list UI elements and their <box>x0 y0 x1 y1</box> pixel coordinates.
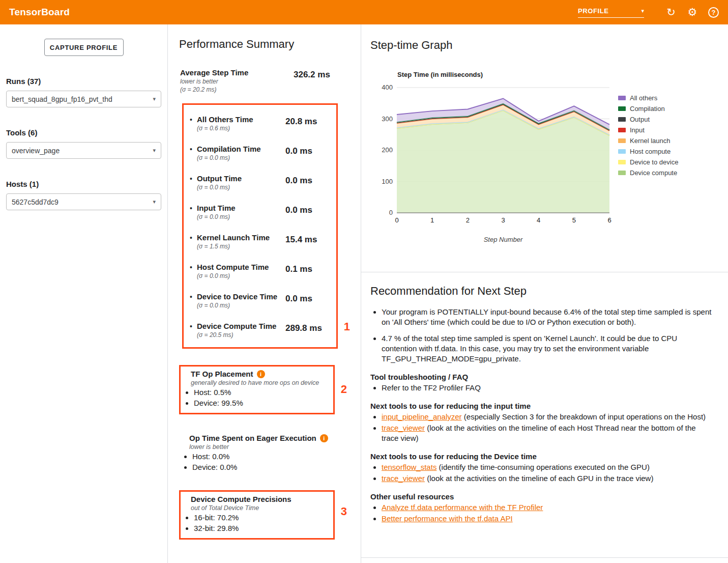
chevron-down-icon: ▾ <box>153 147 156 154</box>
legend-item: Compilation <box>618 103 678 114</box>
link-analyze-tfdata-performance[interactable]: Analyze tf.data performance with the TF … <box>382 503 543 512</box>
profile-select-value: PROFILE <box>578 7 609 15</box>
faq-heading: Tool troubleshooting / FAQ <box>370 373 714 381</box>
step-time-chart: 01002003004000123456Step Time (in millis… <box>370 69 612 245</box>
svg-text:0: 0 <box>389 209 393 216</box>
svg-text:300: 300 <box>382 115 393 123</box>
metric-label: Compilation Time <box>197 145 285 153</box>
metric-row: • Device Compute Time (σ = 20.5 ms) 289.… <box>190 316 330 345</box>
metric-label: Average Step Time <box>180 68 294 77</box>
tool-item: trace_viewer (look at the activities on … <box>382 473 714 484</box>
legend-label: All others <box>630 94 657 102</box>
input-tools-heading: Next tools to use for reducing the input… <box>370 402 714 410</box>
legend-item: Kernel launch <box>618 135 678 146</box>
legend-swatch <box>618 149 626 154</box>
metric-value: 0.0 ms <box>285 174 330 191</box>
resource-item: Analyze tf.data performance with the TF … <box>382 502 714 513</box>
tf-op-placement-title: TF Op Placement <box>191 370 253 378</box>
legend-label: Compilation <box>630 105 665 112</box>
tools-select[interactable]: overview_page ▾ <box>6 142 161 159</box>
chevron-down-icon: ▾ <box>153 96 156 102</box>
legend-swatch <box>618 128 626 132</box>
step-time-graph-card: Step-time Graph 01002003004000123456Step… <box>361 24 728 272</box>
help-icon[interactable]: ? <box>708 7 719 18</box>
svg-text:100: 100 <box>382 178 393 185</box>
bullet-dot: • <box>190 234 192 242</box>
link-trace-viewer[interactable]: trace_viewer <box>382 424 425 432</box>
legend-label: Kernel launch <box>630 137 671 145</box>
runs-label: Runs (37) <box>6 77 161 86</box>
performance-summary-title: Performance Summary <box>179 38 351 51</box>
recommendation-bullet: 4.7 % of the total step time sampled is … <box>382 333 712 364</box>
chart-legend: All othersCompilationOutputInputKernel l… <box>618 93 678 178</box>
tools-label: Tools (6) <box>6 128 161 137</box>
eager-execution-block: Op Time Spent on Eager Execution i lower… <box>179 431 351 477</box>
metric-label: Host Compute Time <box>197 263 285 271</box>
legend-label: Device to device <box>630 158 678 166</box>
runs-select[interactable]: bert_squad_8gpu_fp16_pvt_thd ▾ <box>6 91 161 107</box>
metric-sigma: (σ = 0.0 ms) <box>197 302 285 309</box>
metric-value: 15.4 ms <box>285 233 330 250</box>
hosts-select-value: 5627c5dd7dc9 <box>12 198 59 206</box>
info-icon[interactable]: i <box>320 434 328 442</box>
chevron-down-icon: ▾ <box>153 199 156 205</box>
metric-label: Device to Device Time <box>197 292 285 301</box>
chevron-down-icon: ▾ <box>641 8 644 14</box>
legend-swatch <box>618 138 626 143</box>
bullet-dot: • <box>190 322 192 330</box>
metric-note: lower is better <box>180 78 294 85</box>
svg-text:Step Time (in milliseconds): Step Time (in milliseconds) <box>397 71 483 78</box>
hosts-select[interactable]: 5627c5dd7dc9 ▾ <box>6 193 161 210</box>
bullet-dot: • <box>190 145 192 153</box>
bullet-dot: • <box>190 204 192 212</box>
precision-32bit: 32-bit: 29.8% <box>194 523 327 533</box>
step-time-graph-title: Step-time Graph <box>370 39 728 52</box>
metric-row: • Compilation Time (σ = 0.0 ms) 0.0 ms <box>190 138 330 168</box>
annotation-number-3: 3 <box>341 505 347 518</box>
faq-item: Refer to the TF2 Profiler FAQ <box>382 383 714 393</box>
metric-value: 0.1 ms <box>285 263 330 279</box>
info-icon[interactable]: i <box>257 370 265 378</box>
recommendation-title: Recommendation for Next Step <box>370 285 714 298</box>
runs-select-value: bert_squad_8gpu_fp16_pvt_thd <box>12 95 112 103</box>
annotation-box-2: 2 TF Op Placement i generally desired to… <box>179 365 335 414</box>
legend-swatch <box>618 171 626 175</box>
metric-label: Device Compute Time <box>197 322 285 330</box>
annotation-box-1: 1 • All Others Time (σ = 0.6 ms) 20.8 ms… <box>182 103 338 349</box>
link-better-performance-tfdata-api[interactable]: Better performance with the tf.data API <box>382 514 513 523</box>
legend-item: Output <box>618 114 678 125</box>
metric-label: Kernel Launch Time <box>197 233 285 242</box>
metric-row: • Host Compute Time (σ = 0.0 ms) 0.1 ms <box>190 257 330 286</box>
eager-execution-subtitle: lower is better <box>189 443 344 451</box>
svg-text:0: 0 <box>395 216 398 224</box>
metric-label: All Others Time <box>197 115 285 124</box>
svg-text:1: 1 <box>430 216 434 224</box>
capture-profile-button[interactable]: CAPTURE PROFILE <box>44 39 124 56</box>
reload-icon[interactable]: ↻ <box>663 5 679 20</box>
app-title: TensorBoard <box>9 7 70 18</box>
metric-sigma: (σ = 0.0 ms) <box>197 213 285 220</box>
svg-text:Step Number: Step Number <box>484 236 523 243</box>
legend-swatch <box>618 106 626 111</box>
average-step-time-row: Average Step Time lower is better (σ = 2… <box>179 68 351 93</box>
gear-icon[interactable]: ⚙ <box>685 5 700 20</box>
link-tensorflow-stats[interactable]: tensorflow_stats <box>382 463 436 471</box>
resources-heading: Other useful resources <box>370 492 714 501</box>
svg-text:6: 6 <box>607 216 611 224</box>
tool-item-text: (look at the activities on the timeline … <box>382 424 696 442</box>
right-panel: Step-time Graph 01002003004000123456Step… <box>361 24 728 563</box>
svg-text:4: 4 <box>537 216 540 224</box>
legend-swatch <box>618 117 626 122</box>
tf-op-placement-subtitle: generally desired to have more ops on de… <box>191 379 327 386</box>
legend-swatch <box>618 160 626 164</box>
annotation-box-3: 3 Device Compute Precisions out of Total… <box>179 490 335 540</box>
metric-row: • Device to Device Time (σ = 0.0 ms) 0.0… <box>190 286 330 316</box>
legend-item: Host compute <box>618 146 678 157</box>
hosts-label: Hosts (1) <box>6 180 161 188</box>
profile-select[interactable]: PROFILE ▾ <box>578 7 644 18</box>
annotation-number-2: 2 <box>341 383 347 396</box>
link-input-pipeline-analyzer[interactable]: input_pipeline_analyzer <box>382 412 462 421</box>
metric-value: 0.0 ms <box>285 145 330 161</box>
sidebar: CAPTURE PROFILE Runs (37) bert_squad_8gp… <box>0 24 168 563</box>
link-trace-viewer[interactable]: trace_viewer <box>382 474 425 483</box>
